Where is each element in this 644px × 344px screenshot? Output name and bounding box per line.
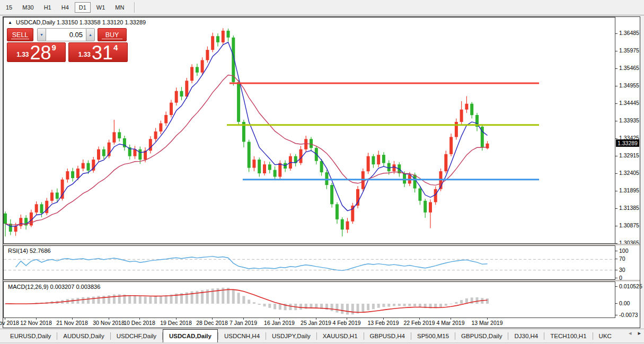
axis-tick [615, 278, 617, 278]
tab-gbpusd-h4[interactable]: GBPUSD,H4 [364, 329, 411, 343]
x-axis-label: 10 Dec 2018 [123, 320, 155, 326]
macd-axis-label: 0.00 [619, 300, 630, 306]
y-axis-label: 1.35465 [619, 65, 639, 71]
x-axis-label: 22 Feb 2019 [404, 320, 435, 326]
rsi-chart [4, 246, 615, 279]
x-axis-label: 2 Nov 2018 [0, 320, 19, 326]
axis-tick [615, 226, 617, 226]
tab-usdchf-daily[interactable]: USDCHF,Daily [111, 329, 162, 343]
y-axis-label: 1.31385 [619, 205, 639, 211]
y-axis-label: 1.32405 [619, 170, 639, 176]
tabs-scroll-left-button[interactable]: ◂ [629, 330, 632, 337]
tab-eurusd-daily[interactable]: EURUSD,Daily [4, 329, 57, 343]
chart-symbol: USDCAD,Daily [16, 19, 55, 25]
y-axis-label: 1.31895 [619, 187, 639, 193]
axis-tick [615, 315, 617, 315]
y-axis-label: 1.35975 [619, 47, 639, 54]
x-axis-label: 13 Feb 2019 [368, 320, 399, 326]
tab-tech100-h1[interactable]: TECH100,H1 [544, 329, 592, 343]
macd-axis-label: -0.0073 [619, 312, 638, 318]
timeframe-button-H4[interactable]: H4 [57, 2, 73, 13]
y-axis-label: 1.30875 [619, 222, 639, 228]
timeframe-button-W1[interactable]: W1 [92, 2, 110, 13]
axis-tick [615, 259, 617, 259]
tab-usdjpy-daily[interactable]: USDJPY,Daily [266, 329, 316, 343]
sell-price-big: 28 [30, 46, 51, 60]
y-axis-label: 1.33935 [619, 117, 639, 124]
one-click-trade-widget: SELL ▼ 0.05 ▲ BUY 1.33 28 9 1.33 31 4 [7, 28, 128, 62]
buy-price-display[interactable]: 1.33 31 4 [68, 42, 128, 62]
axis-tick [615, 68, 617, 69]
sell-price-display[interactable]: 1.33 28 9 [7, 42, 66, 62]
tab-dj30-h4[interactable]: DJ30,H4 [508, 329, 544, 343]
buy-button[interactable]: BUY [98, 28, 127, 41]
sell-price-pip: 9 [52, 43, 56, 52]
axis-tick [615, 286, 617, 287]
rsi-axis-label: 100 [619, 248, 629, 254]
tab-usdcnh-h4[interactable]: USDCNH,H4 [218, 329, 266, 343]
x-axis-label: 30 Nov 2018 [93, 320, 125, 326]
timeframe-button-H1[interactable]: H1 [40, 2, 56, 13]
price-axis: 1.364851.359751.354651.349551.344451.339… [615, 17, 640, 244]
x-axis-label: 19 Dec 2018 [160, 320, 192, 326]
tab-xauusd-h1[interactable]: XAUUSD,H1 [317, 329, 364, 343]
tab-ukc[interactable]: UKC [593, 329, 617, 343]
x-axis-label: 21 Nov 2018 [56, 320, 88, 326]
axis-tick [615, 138, 617, 139]
sell-button[interactable]: SELL [7, 28, 33, 41]
macd-axis-label: 0.010525 [619, 283, 642, 289]
axis-tick [615, 86, 617, 86]
chart-window: ▲ USDCAD,Daily 1.33150 1.33358 1.33120 1… [3, 16, 640, 328]
toolbar-separator [134, 2, 135, 13]
date-axis: 2 Nov 201812 Nov 201821 Nov 201830 Nov 2… [3, 318, 640, 328]
buy-price-prefix: 1.33 [78, 51, 91, 58]
buy-price-pip: 4 [113, 43, 118, 52]
tab-audusd-daily[interactable]: AUDUSD,Daily [57, 329, 110, 343]
timeframe-button-MN[interactable]: MN [111, 2, 128, 13]
axis-tick [615, 251, 617, 251]
y-axis-label: 1.34955 [619, 82, 639, 89]
axis-tick [615, 51, 617, 51]
y-axis-label: 1.34445 [619, 100, 639, 106]
macd-label: MACD(12,26,9) 0.003207 0.003836 [8, 284, 100, 290]
timeframe-toolbar: 15M30H1H4D1W1MN [0, 0, 644, 15]
axis-tick [615, 121, 617, 121]
rsi-axis: 10070300 [615, 245, 640, 280]
timeframe-button-15[interactable]: 15 [2, 2, 16, 13]
x-axis-label: 12 Nov 2018 [20, 320, 52, 326]
rsi-axis-label: 70 [619, 255, 625, 262]
sell-price-prefix: 1.33 [16, 51, 29, 58]
axis-tick [615, 191, 617, 191]
tab-usdcad-daily[interactable]: USDCAD,Daily [163, 329, 218, 343]
price-chart-canvas[interactable]: ▲ USDCAD,Daily 1.33150 1.33358 1.33120 1… [3, 17, 615, 244]
axis-tick [615, 33, 617, 34]
rsi-panel[interactable]: RSI(14) 52.7686 [3, 245, 615, 280]
collapse-triangle-icon[interactable]: ▲ [8, 20, 12, 25]
volume-decrease-button[interactable]: ▼ [37, 28, 46, 41]
buy-price-big: 31 [92, 46, 113, 60]
x-axis-label: 4 Feb 2019 [332, 320, 360, 326]
chart-ohlc-values: 1.33150 1.33358 1.33120 1.33289 [57, 19, 146, 25]
axis-tick [615, 270, 617, 270]
axis-tick [615, 103, 617, 104]
x-axis-label: 25 Jan 2019 [301, 320, 331, 326]
chart-title: ▲ USDCAD,Daily 1.33150 1.33358 1.33120 1… [8, 19, 146, 25]
tab-gbpusd-daily[interactable]: GBPUSD,Daily [455, 329, 508, 343]
x-axis-label: 28 Dec 2018 [196, 320, 228, 326]
y-axis-label: 1.32915 [619, 152, 639, 158]
axis-tick [615, 173, 617, 174]
x-axis-label: 7 Jan 2019 [230, 320, 257, 326]
rsi-label: RSI(14) 52.7686 [8, 248, 51, 254]
tabs-scroll-right-button[interactable]: ▸ [638, 330, 641, 337]
timeframe-button-M30[interactable]: M30 [18, 2, 38, 13]
macd-axis: 0.0105250.00-0.0073 [615, 281, 640, 318]
symbol-tab-bar: EURUSD,DailyAUDUSD,DailyUSDCHF,DailyUSDC… [0, 329, 644, 342]
volume-increase-button[interactable]: ▲ [86, 28, 95, 41]
tab-sp500-m15[interactable]: SP500,M15 [411, 329, 455, 343]
timeframe-button-D1[interactable]: D1 [75, 2, 91, 13]
x-axis-label: 13 Mar 2019 [472, 320, 503, 326]
x-axis-label: 16 Jan 2019 [264, 320, 295, 326]
volume-input[interactable]: 0.05 [46, 28, 86, 41]
axis-tick [615, 208, 617, 209]
macd-panel[interactable]: MACD(12,26,9) 0.003207 0.003836 [3, 281, 615, 318]
